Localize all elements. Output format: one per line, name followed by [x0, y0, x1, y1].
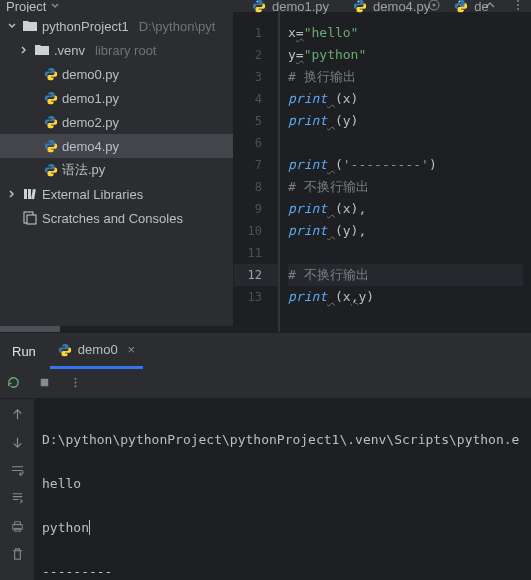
python-icon	[58, 343, 72, 357]
svg-rect-13	[31, 189, 36, 199]
python-icon	[44, 67, 58, 81]
rerun-icon[interactable]	[6, 375, 21, 393]
folder-icon	[34, 42, 50, 58]
file-name: demo4.py	[62, 139, 119, 154]
scroll-to-end-icon[interactable]	[10, 491, 25, 509]
file-name: demo2.py	[62, 115, 119, 130]
svg-point-10	[462, 10, 463, 11]
more-icon[interactable]	[68, 375, 83, 393]
python-icon	[44, 139, 58, 153]
chevron-right-icon[interactable]	[6, 189, 18, 199]
python-icon	[353, 0, 367, 13]
tree-file-demo4[interactable]: demo4.py	[0, 134, 233, 158]
console-side-toolbar	[0, 399, 34, 580]
file-name: demo0.py	[62, 67, 119, 82]
run-tabs: Run demo0 ×	[0, 333, 531, 369]
line-number[interactable]: 3	[234, 66, 278, 88]
console-line: python	[42, 517, 523, 539]
line-number[interactable]: 6	[234, 132, 278, 154]
editor-tab-demo1[interactable]: demo1.py	[240, 0, 341, 12]
svg-point-17	[75, 377, 77, 379]
python-icon	[454, 0, 468, 13]
svg-point-18	[75, 381, 77, 383]
stop-icon[interactable]	[37, 375, 52, 393]
line-number[interactable]: 7	[234, 154, 278, 176]
editor-tab-label: demo4.py	[373, 0, 430, 14]
python-icon	[252, 0, 266, 13]
project-tree[interactable]: pythonProject1 D:\python\pyt .venv libra…	[0, 12, 233, 314]
down-icon[interactable]	[10, 435, 25, 453]
print-icon[interactable]	[10, 519, 25, 537]
up-icon[interactable]	[10, 407, 25, 425]
code-editor[interactable]: 1 2 3 4 5 6 7 8 9 10 11 12 13 x="hello" …	[234, 12, 531, 332]
folder-icon	[22, 18, 38, 34]
venv-hint: library root	[95, 43, 156, 58]
svg-point-2	[517, 0, 519, 2]
svg-point-4	[517, 8, 519, 10]
console-output[interactable]: D:\python\pythonProject\pythonProject1\.…	[34, 399, 531, 580]
tree-external-libraries[interactable]: External Libraries	[0, 182, 233, 206]
close-icon[interactable]: ×	[128, 342, 136, 357]
line-number[interactable]: 5	[234, 110, 278, 132]
chevron-right-icon[interactable]	[18, 45, 30, 55]
tree-file-demo2[interactable]: demo2.py	[0, 110, 233, 134]
svg-rect-15	[27, 215, 36, 224]
svg-rect-16	[41, 378, 49, 386]
python-icon	[44, 91, 58, 105]
tree-project-root[interactable]: pythonProject1 D:\python\pyt	[0, 14, 233, 38]
console-line: ---------	[42, 561, 523, 580]
line-number[interactable]: 1	[234, 22, 278, 44]
line-number[interactable]: 9	[234, 198, 278, 220]
run-tool-window: Run demo0 × D:\python\pythonProject\pyth…	[0, 332, 531, 580]
svg-point-7	[358, 1, 359, 2]
scratches-icon	[22, 210, 38, 226]
svg-point-5	[257, 1, 258, 2]
tree-scratches[interactable]: Scratches and Consoles	[0, 206, 233, 230]
scratches-label: Scratches and Consoles	[42, 211, 183, 226]
file-name: 语法.py	[62, 161, 105, 179]
tree-file-demo1[interactable]: demo1.py	[0, 86, 233, 110]
svg-point-6	[260, 10, 261, 11]
python-icon	[44, 115, 58, 129]
svg-point-3	[517, 4, 519, 6]
soft-wrap-icon[interactable]	[10, 463, 25, 481]
editor-tab-label: de	[474, 0, 488, 14]
run-file-label: demo0	[78, 342, 118, 357]
line-number[interactable]: 10	[234, 220, 278, 242]
svg-point-8	[361, 10, 362, 11]
project-name: pythonProject1	[42, 19, 129, 34]
project-path: D:\python\pyt	[139, 19, 216, 34]
code-area[interactable]: x="hello" y="python" # 换行输出 print (x) pr…	[280, 12, 531, 332]
svg-rect-21	[14, 522, 20, 525]
file-name: demo1.py	[62, 91, 119, 106]
line-gutter: 1 2 3 4 5 6 7 8 9 10 11 12 13	[234, 12, 280, 332]
run-toolbar	[0, 369, 531, 399]
trash-icon[interactable]	[10, 547, 25, 565]
library-icon	[22, 186, 38, 202]
svg-point-9	[459, 1, 460, 2]
python-icon	[44, 163, 58, 177]
ext-libs-label: External Libraries	[42, 187, 143, 202]
svg-rect-11	[24, 189, 27, 199]
editor-tab-label: demo1.py	[272, 0, 329, 14]
line-number[interactable]: 13	[234, 286, 278, 308]
svg-rect-12	[28, 189, 31, 199]
run-tab[interactable]: Run	[8, 344, 40, 359]
tree-file-demo0[interactable]: demo0.py	[0, 62, 233, 86]
line-number[interactable]: 12	[234, 264, 278, 286]
venv-name: .venv	[54, 43, 85, 58]
line-number[interactable]: 11	[234, 242, 278, 264]
editor-tab-demo4[interactable]: demo4.py	[341, 0, 442, 12]
console-line: D:\python\pythonProject\pythonProject1\.…	[42, 429, 523, 451]
line-number[interactable]: 2	[234, 44, 278, 66]
tree-file-yufa[interactable]: 语法.py	[0, 158, 233, 182]
run-file-tab[interactable]: demo0 ×	[50, 333, 143, 369]
editor-tab-cut[interactable]: de	[442, 0, 492, 12]
editor-tabs: demo1.py demo4.py de	[240, 0, 493, 12]
console-line: hello	[42, 473, 523, 495]
tree-venv[interactable]: .venv library root	[0, 38, 233, 62]
chevron-down-icon[interactable]	[6, 21, 18, 31]
line-number[interactable]: 4	[234, 88, 278, 110]
svg-point-19	[75, 385, 77, 387]
line-number[interactable]: 8	[234, 176, 278, 198]
